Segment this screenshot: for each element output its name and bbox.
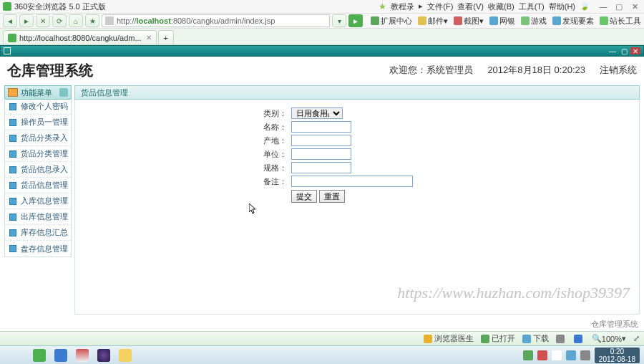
input-remark[interactable] (291, 176, 413, 187)
mail-icon (418, 16, 426, 25)
sidebar-item-goods-mgr[interactable]: 货品信息管理 (5, 178, 71, 193)
sidebar-item-operator[interactable]: 操作员一管理 (5, 115, 71, 130)
tray-clock[interactable]: 0:20 2012-08-18 (595, 348, 640, 363)
status-sound[interactable] (556, 335, 567, 343)
inner-window-titlebar: — ▢ ✕ (0, 45, 644, 57)
menu-file[interactable]: 文件(F) (427, 1, 453, 12)
ext-bank[interactable]: 网银 (489, 16, 515, 27)
menu-icon (8, 181, 18, 191)
inner-min-button[interactable]: — (608, 47, 618, 54)
sidebar-title: 功能菜单 (4, 85, 72, 100)
minimize-button[interactable]: — (597, 1, 610, 11)
tray-flag-icon[interactable] (552, 350, 562, 360)
page-title: 仓库管理系统 (7, 61, 93, 80)
address-bar[interactable]: http://localhost:8080/cangku/admin/index… (102, 14, 330, 27)
page-icon (105, 16, 114, 25)
start-button[interactable] (0, 346, 29, 365)
star-icon[interactable]: ★ (379, 1, 386, 11)
check-icon (481, 335, 489, 343)
select-category[interactable]: 日用食用品 (291, 107, 343, 119)
menu-view[interactable]: 查看(V) (457, 1, 484, 12)
input-name[interactable] (291, 121, 351, 133)
arrow-icon: ▸ (419, 1, 423, 12)
sidebar-item-goods-add[interactable]: 货品信息录入 (5, 162, 71, 178)
ext-capture[interactable]: 截图 ▾ (454, 16, 484, 27)
url-path: :8080/cangku/admin/index.jsp (171, 16, 275, 25)
tray-red-icon[interactable] (537, 350, 547, 360)
tab-label: http://localhost:8080/cangku/adm... (19, 34, 142, 42)
menu-help[interactable]: 帮助(H) (549, 1, 575, 12)
logout-link[interactable]: 注销系统 (600, 64, 637, 77)
sidebar-item-inventory[interactable]: 盘存信息管理 (5, 241, 71, 257)
status-doctor[interactable]: 浏览器医生 (424, 333, 474, 344)
tab-close-icon[interactable]: ✕ (146, 34, 152, 42)
login-icon (552, 16, 561, 25)
submit-button[interactable]: 提交 (291, 190, 317, 203)
reset-button[interactable]: 重置 (319, 190, 345, 203)
sidebar-item-outbound[interactable]: 出库信息管理 (5, 209, 71, 225)
maximize-button[interactable]: ▢ (613, 1, 625, 11)
go-button[interactable]: ► (348, 14, 363, 27)
label-spec: 规格： (75, 163, 291, 173)
new-tab-button[interactable]: + (158, 30, 174, 44)
task-app-eclipse[interactable] (94, 348, 113, 363)
task-app-360[interactable] (30, 348, 49, 363)
browser-favicon (3, 2, 11, 11)
status-expand[interactable]: ⤢ (633, 334, 640, 343)
label-remark: 备注： (75, 176, 291, 187)
menu-icon (8, 133, 18, 143)
menu-icon (8, 196, 18, 206)
task-app-red[interactable] (73, 348, 92, 363)
datetime-text: 2012年8月18日 0:20:23 (487, 64, 585, 77)
task-app-explorer[interactable] (116, 348, 135, 363)
menu-fav[interactable]: 收藏(B) (488, 1, 514, 12)
ext-discover[interactable]: 发现要素 (552, 16, 594, 27)
inner-close-button[interactable]: ✕ (630, 47, 640, 54)
game-icon (521, 16, 530, 25)
sidebar-item-category-add[interactable]: 货品分类录入 (5, 130, 71, 146)
refresh-button[interactable]: ⟳ (52, 14, 67, 27)
task-app-ie[interactable] (52, 348, 70, 363)
folder-icon (8, 88, 18, 97)
download-icon (522, 335, 531, 343)
ext-mail[interactable]: 邮件 ▾ (418, 16, 448, 27)
status-open[interactable]: 已打开 (481, 333, 515, 344)
collapse-icon[interactable] (59, 88, 68, 97)
back-button[interactable]: ◄ (3, 14, 17, 27)
menu-icon (8, 228, 18, 238)
help-dropdown-icon[interactable]: 🍃 (580, 1, 590, 12)
ext-center[interactable]: 扩展中心 (371, 16, 412, 27)
url-scheme: http:// (117, 16, 137, 25)
favorite-button[interactable]: ★ (85, 14, 99, 27)
tray-sound-icon[interactable] (580, 350, 590, 360)
menu-icon (8, 149, 18, 159)
tray-net-icon[interactable] (566, 350, 576, 360)
tray-shield-icon[interactable] (523, 350, 533, 360)
inner-max-button[interactable]: ▢ (619, 47, 629, 54)
doc-icon (8, 34, 16, 42)
close-button[interactable]: ✕ (628, 1, 641, 11)
menu-icon (8, 244, 18, 254)
ext-webmaster[interactable]: 站长工具 (600, 16, 641, 27)
status-ie[interactable] (574, 335, 585, 343)
ie-icon (574, 335, 582, 343)
input-unit[interactable] (291, 148, 351, 160)
stop-button[interactable]: ✕ (36, 14, 50, 27)
sidebar-item-stock[interactable]: 库存信息汇总 (5, 225, 71, 241)
dropdown-icon[interactable]: ▾ (332, 14, 346, 27)
status-zoom[interactable]: 🔍 100% ▾ (592, 334, 626, 343)
sidebar-item-password[interactable]: 修改个人密码 (5, 99, 71, 115)
input-origin[interactable] (291, 135, 351, 146)
footer-brand: 仓库管理系统 (591, 319, 638, 330)
forward-button[interactable]: ► (19, 14, 34, 27)
sidebar-item-category-mgr[interactable]: 货品分类管理 (5, 146, 71, 162)
home-button[interactable]: ⌂ (69, 14, 83, 27)
window-icon (4, 47, 11, 54)
status-download[interactable]: 下载 (522, 333, 549, 344)
menu-tutorial[interactable]: 教程录 (391, 1, 414, 12)
ext-game[interactable]: 游戏 (521, 16, 547, 27)
menu-tool[interactable]: 工具(T) (519, 1, 545, 12)
sidebar-item-inbound[interactable]: 入库信息管理 (5, 193, 71, 209)
input-spec[interactable] (291, 162, 351, 173)
browser-tab-active[interactable]: http://localhost:8080/cangku/adm... ✕ (3, 30, 157, 44)
